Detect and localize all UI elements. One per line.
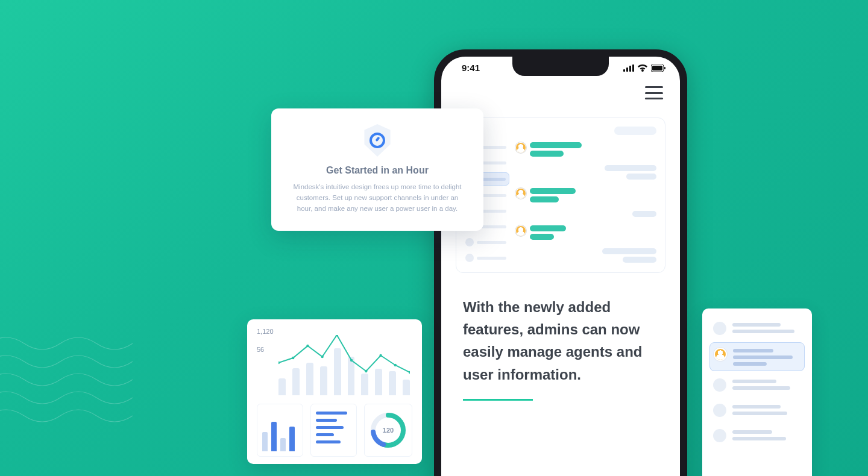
svg-point-15 xyxy=(394,364,397,366)
svg-point-10 xyxy=(321,355,323,358)
accent-underline xyxy=(463,399,533,401)
menu-icon[interactable] xyxy=(645,86,663,99)
svg-rect-2 xyxy=(629,66,631,72)
feature-card: Get Started in an Hour Mindesk's intuiti… xyxy=(271,108,483,231)
inbox-search-placeholder xyxy=(614,127,656,135)
y-tick: 56 xyxy=(257,346,264,353)
combo-chart: 1,120 56 xyxy=(257,328,412,395)
hero-text: With the newly added features, admins ca… xyxy=(463,296,658,386)
avatar-icon xyxy=(515,188,526,199)
list-item[interactable] xyxy=(462,236,509,248)
list-item[interactable] xyxy=(462,252,509,264)
mini-donut-chart: 120 xyxy=(364,404,412,457)
list-item[interactable] xyxy=(709,317,805,340)
cellular-icon xyxy=(623,64,634,72)
svg-rect-0 xyxy=(623,69,625,72)
inbox-preview: ox xyxy=(456,117,665,273)
battery-icon xyxy=(651,64,665,72)
svg-point-13 xyxy=(365,370,367,372)
list-item[interactable] xyxy=(709,399,805,422)
svg-point-12 xyxy=(350,359,353,362)
svg-rect-6 xyxy=(664,67,665,69)
svg-rect-5 xyxy=(652,66,662,70)
chat-thread xyxy=(515,141,659,264)
list-item[interactable] xyxy=(709,374,805,396)
mini-progress-list xyxy=(310,404,357,457)
svg-rect-1 xyxy=(626,67,628,72)
svg-point-14 xyxy=(379,354,382,357)
wifi-icon xyxy=(638,64,647,72)
decorative-waves xyxy=(0,331,145,440)
svg-point-9 xyxy=(306,345,309,347)
svg-point-8 xyxy=(292,357,294,359)
phone-notch xyxy=(512,57,609,76)
avatar-icon xyxy=(714,348,727,361)
trend-line xyxy=(278,335,410,395)
avatar-icon xyxy=(515,142,526,153)
list-item-selected[interactable] xyxy=(709,342,805,371)
feature-description: Mindesk's intuitive design frees up more… xyxy=(289,182,465,214)
shield-clock-icon xyxy=(363,124,392,157)
donut-value: 120 xyxy=(383,427,394,434)
svg-rect-3 xyxy=(632,64,634,72)
mini-bar-chart xyxy=(257,404,303,457)
feature-title: Get Started in an Hour xyxy=(289,165,465,176)
conversation-list-card xyxy=(702,308,812,476)
stats-card: 1,120 56 120 xyxy=(247,319,422,464)
list-item[interactable] xyxy=(709,424,805,447)
y-tick: 1,120 xyxy=(257,328,412,335)
avatar-icon xyxy=(515,225,526,236)
status-time: 9:41 xyxy=(462,63,480,73)
